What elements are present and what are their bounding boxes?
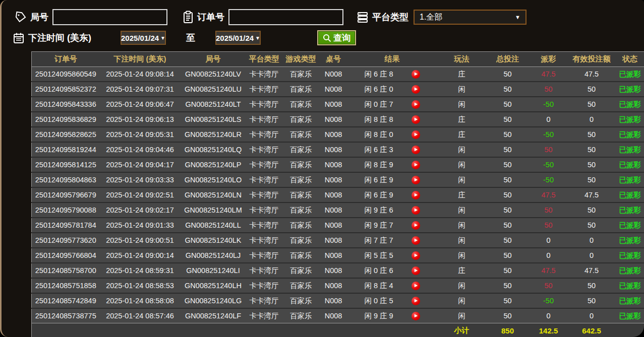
- game-no-label: 局号: [30, 11, 48, 23]
- cell-table-no: N008: [320, 172, 347, 187]
- play-video-icon[interactable]: ▶: [412, 191, 420, 199]
- play-video-icon[interactable]: ▶: [412, 236, 420, 245]
- cell-status: 已派彩: [615, 187, 644, 203]
- col-header-bet-time: 下注时间 (美东): [100, 52, 181, 67]
- play-video-icon[interactable]: ▶: [412, 282, 420, 290]
- play-video-icon[interactable]: ▶: [412, 85, 420, 94]
- cell-total-bet: 50: [487, 308, 529, 323]
- cell-play: 闲: [437, 233, 487, 248]
- cell-game-type: 百家乐: [282, 233, 320, 248]
- cell-payout: 47.5: [529, 67, 568, 82]
- play-video-icon[interactable]: ▶: [412, 251, 420, 260]
- cell-payout: 50: [529, 142, 568, 157]
- play-video-icon[interactable]: ▶: [412, 70, 420, 79]
- cell-payout: -50: [529, 293, 568, 308]
- search-button[interactable]: 查询: [317, 30, 356, 45]
- cell-result: 闲 9 庄 9 ▶: [347, 308, 437, 323]
- cell-game-type: 百家乐: [282, 248, 320, 263]
- order-no-input[interactable]: [228, 9, 343, 25]
- cell-result: 闲 6 庄 9 ▶: [347, 172, 437, 187]
- cell-platform: 卡卡湾厅: [246, 233, 282, 248]
- cell-table-no: N008: [320, 308, 347, 323]
- table-row: 250124095773620 2025-01-24 09:00:51 GN00…: [32, 233, 644, 248]
- play-video-icon[interactable]: ▶: [412, 312, 420, 320]
- table-header-row: 订单号 下注时间 (美东) 局号 平台类型 游戏类型 桌号 结果 玩法 总投注 …: [32, 52, 644, 67]
- play-video-icon[interactable]: ▶: [412, 161, 420, 169]
- col-header-game-type: 游戏类型: [282, 52, 320, 67]
- cell-bet-time: 2025-01-24 09:04:17: [100, 157, 181, 172]
- cell-bet-time: 2025-01-24 08:58:53: [100, 278, 181, 293]
- play-video-icon[interactable]: ▶: [412, 100, 420, 109]
- cell-game-no: GN008251240LQ: [181, 142, 246, 157]
- date-to-select[interactable]: 2025/01/24 ▼: [215, 31, 261, 45]
- cell-table-no: N008: [320, 187, 347, 203]
- cell-play: 庄: [437, 127, 487, 142]
- play-video-icon[interactable]: ▶: [412, 146, 420, 154]
- cell-bet-time: 2025-01-24 09:06:13: [100, 112, 181, 127]
- cell-game-type: 百家乐: [282, 157, 320, 172]
- cell-status: 已派彩: [615, 97, 644, 112]
- subtotal-spacer: [32, 323, 437, 337]
- cell-total-bet: 50: [487, 203, 529, 218]
- table-row: 250124095781784 2025-01-24 09:01:33 GN00…: [32, 218, 644, 233]
- play-video-icon[interactable]: ▶: [412, 206, 420, 215]
- order-no-label: 订单号: [197, 11, 224, 23]
- cell-order-no: 250124085751858: [32, 278, 100, 293]
- play-video-icon[interactable]: ▶: [412, 297, 420, 305]
- cell-result: 闲 9 庄 6 ▶: [347, 203, 437, 218]
- cell-valid-bet: 50: [568, 172, 615, 187]
- cell-platform: 卡卡湾厅: [246, 127, 282, 142]
- cell-total-bet: 50: [487, 278, 529, 293]
- play-video-icon[interactable]: ▶: [412, 130, 420, 139]
- cell-payout: 0: [529, 112, 568, 127]
- bet-time-label: 下注时间 (美东): [28, 32, 91, 44]
- cell-valid-bet: 50: [568, 293, 615, 308]
- date-from-value: 2025/01/24: [121, 34, 159, 42]
- platform-select[interactable]: 1.全部 ▼: [414, 10, 526, 25]
- cell-result: 闲 9 庄 7 ▶: [347, 218, 437, 233]
- play-video-icon[interactable]: ▶: [412, 115, 420, 124]
- date-from-select[interactable]: 2025/01/24 ▼: [121, 31, 166, 45]
- result-text: 闲 8 庄 8: [364, 115, 393, 124]
- cell-valid-bet: 50: [568, 218, 615, 233]
- cell-platform: 卡卡湾厅: [246, 82, 282, 97]
- search-icon: [323, 34, 331, 42]
- col-header-order-no: 订单号: [32, 52, 100, 67]
- col-header-table-no: 桌号: [320, 52, 347, 67]
- cell-payout: 50: [529, 82, 568, 97]
- table-row: 250124085738775 2025-01-24 08:57:46 GN00…: [32, 308, 644, 323]
- cell-payout: 50: [529, 203, 568, 218]
- play-video-icon[interactable]: ▶: [412, 266, 420, 275]
- cell-order-no: 250124095766804: [32, 248, 100, 263]
- cell-platform: 卡卡湾厅: [246, 263, 282, 278]
- cell-bet-time: 2025-01-24 09:06:47: [100, 97, 181, 112]
- cell-order-no: 250124085738775: [32, 308, 100, 323]
- result-text: 闲 8 庄 9: [364, 160, 393, 170]
- cell-game-type: 百家乐: [282, 112, 320, 127]
- filter-row-1: 局号 订单号: [2, 7, 644, 27]
- cell-status: 已派彩: [615, 263, 644, 278]
- cell-platform: 卡卡湾厅: [246, 187, 282, 203]
- cell-play: 闲: [437, 142, 487, 157]
- result-text: 闲 9 庄 6: [364, 206, 393, 215]
- cell-payout: 50: [529, 278, 568, 293]
- cell-payout: 47.5: [529, 187, 568, 203]
- result-text: 闲 7 庄 7: [364, 236, 393, 245]
- cell-order-no: 250124095836829: [32, 112, 100, 127]
- cell-status: 已派彩: [615, 218, 644, 233]
- table-row: 250124095804863 2025-01-24 09:03:33 GN00…: [32, 172, 644, 187]
- cell-valid-bet: 0: [568, 233, 615, 248]
- cell-order-no: 250124095860549: [32, 67, 100, 82]
- play-video-icon[interactable]: ▶: [412, 221, 420, 230]
- platform-selected-value: 1.全部: [420, 12, 442, 23]
- cell-play: 庄: [437, 67, 487, 82]
- cell-status: 已派彩: [615, 172, 644, 187]
- cell-game-type: 百家乐: [282, 293, 320, 308]
- col-header-play: 玩法: [437, 52, 487, 67]
- cell-bet-time: 2025-01-24 09:07:31: [100, 82, 181, 97]
- cell-valid-bet: 50: [568, 82, 615, 97]
- cell-play: 闲: [437, 203, 487, 218]
- play-video-icon[interactable]: ▶: [412, 176, 420, 184]
- col-header-result: 结果: [347, 52, 437, 67]
- game-no-input[interactable]: [52, 9, 167, 25]
